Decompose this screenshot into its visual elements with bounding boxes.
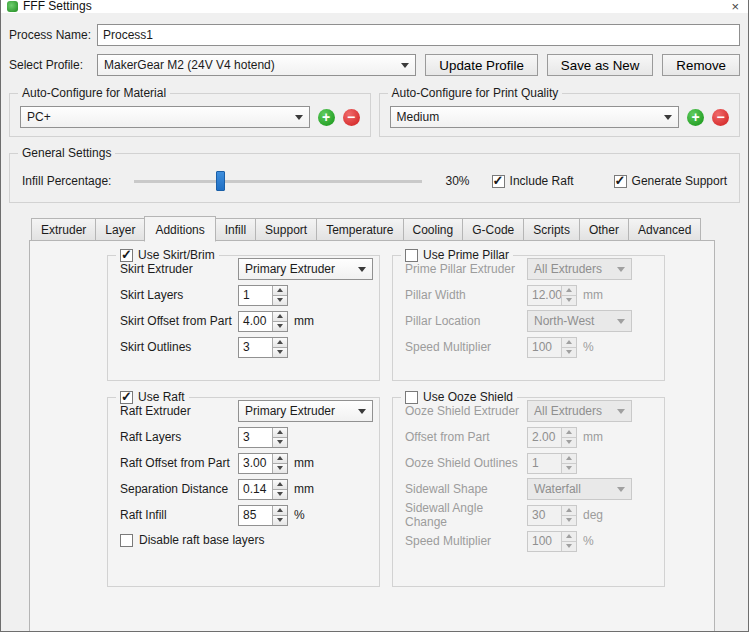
raft-extruder-value: Primary Extruder <box>245 404 335 418</box>
spin-up-icon[interactable] <box>272 428 287 437</box>
profile-select-value: MakerGear M2 (24V V4 hotend) <box>104 58 275 72</box>
use-prime-pillar-title: Use Prime Pillar <box>423 248 509 262</box>
sidewall-shape-label: Sidewall Shape <box>405 482 527 496</box>
spin-down-icon[interactable] <box>272 321 287 331</box>
spin-down-icon <box>561 437 576 447</box>
spin-up-icon[interactable] <box>272 286 287 295</box>
raft-extruder-select[interactable]: Primary Extruder <box>238 400 373 422</box>
spin-down-icon[interactable] <box>272 347 287 357</box>
remove-button[interactable]: Remove <box>662 54 740 76</box>
process-name-input[interactable] <box>97 24 740 46</box>
spin-down-icon[interactable] <box>272 295 287 305</box>
spin-up-icon[interactable] <box>272 480 287 489</box>
remove-material-icon[interactable]: − <box>343 109 360 126</box>
disable-raft-base-label: Disable raft base layers <box>139 533 264 547</box>
raft-infill-spinner[interactable]: 85 <box>238 505 288 526</box>
raft-offset-spinner[interactable]: 3.00 <box>238 453 288 474</box>
profile-select[interactable]: MakerGear M2 (24V V4 hotend) <box>97 54 416 76</box>
ooze-extruder-select: All Extruders <box>527 400 632 422</box>
raft-infill-unit: % <box>294 508 305 522</box>
tab-additions[interactable]: Additions <box>144 216 215 242</box>
skirt-offset-unit: mm <box>294 314 314 328</box>
skirt-offset-spinner[interactable]: 4.00 <box>238 311 288 332</box>
skirt-layers-spinner[interactable]: 1 <box>238 285 288 306</box>
separation-distance-spinner[interactable]: 0.14 <box>238 479 288 500</box>
tab-scripts[interactable]: Scripts <box>523 218 579 241</box>
skirt-extruder-select[interactable]: Primary Extruder <box>238 258 373 280</box>
chevron-down-icon <box>617 267 625 276</box>
chevron-down-icon <box>295 115 303 124</box>
include-raft-checkbox[interactable] <box>492 175 505 188</box>
ooze-offset-spinner: 2.00 <box>527 427 577 448</box>
raft-layers-spinner[interactable]: 3 <box>238 427 288 448</box>
chevron-down-icon <box>617 409 625 418</box>
quality-group-title: Auto-Configure for Print Quality <box>392 86 559 100</box>
skirt-offset-label: Skirt Offset from Part <box>120 314 238 328</box>
skirt-outlines-spinner[interactable]: 3 <box>238 337 288 358</box>
settings-tab-bar: Extruder Layer Additions Infill Support … <box>31 216 740 241</box>
ooze-speed-label: Speed Multiplier <box>405 534 527 548</box>
chevron-down-icon <box>664 115 672 124</box>
ooze-offset-unit: mm <box>583 430 603 444</box>
select-profile-label: Select Profile: <box>9 58 97 72</box>
raft-offset-label: Raft Offset from Part <box>120 456 238 470</box>
use-ooze-shield-checkbox[interactable] <box>405 391 418 404</box>
tab-gcode[interactable]: G-Code <box>462 218 523 241</box>
ooze-outlines-spinner: 1 <box>527 453 577 474</box>
separation-distance-unit: mm <box>294 482 314 496</box>
tab-support[interactable]: Support <box>255 218 316 241</box>
quality-select[interactable]: Medium <box>390 106 680 128</box>
spin-up-icon[interactable] <box>272 506 287 515</box>
close-icon[interactable]: × <box>727 1 743 12</box>
slider-handle[interactable] <box>216 171 225 191</box>
spin-down-icon[interactable] <box>272 463 287 473</box>
add-quality-icon[interactable]: + <box>687 109 704 126</box>
window-title: FFF Settings <box>23 1 92 12</box>
tab-extruder[interactable]: Extruder <box>31 218 95 241</box>
chevron-down-icon <box>358 409 366 418</box>
skirt-extruder-label: Skirt Extruder <box>120 262 238 276</box>
skirt-layers-label: Skirt Layers <box>120 288 238 302</box>
update-profile-button[interactable]: Update Profile <box>425 54 537 76</box>
remove-quality-icon[interactable]: − <box>712 109 729 126</box>
chevron-down-icon <box>358 267 366 276</box>
skirt-extruder-value: Primary Extruder <box>245 262 335 276</box>
generate-support-checkbox[interactable] <box>614 175 627 188</box>
use-raft-checkbox[interactable] <box>120 391 133 404</box>
spin-down-icon[interactable] <box>272 437 287 447</box>
sidewall-shape-select: Waterfall <box>527 478 632 500</box>
use-ooze-shield-title: Use Ooze Shield <box>423 390 513 404</box>
infill-slider[interactable] <box>134 171 422 191</box>
tab-infill[interactable]: Infill <box>216 218 255 241</box>
spin-down-icon[interactable] <box>272 515 287 525</box>
spin-up-icon[interactable] <box>272 454 287 463</box>
raft-infill-label: Raft Infill <box>120 508 238 522</box>
general-settings-title: General Settings <box>22 146 111 160</box>
tab-cooling[interactable]: Cooling <box>403 218 463 241</box>
spin-up-icon[interactable] <box>272 338 287 347</box>
spin-down-icon[interactable] <box>272 489 287 499</box>
spin-up-icon[interactable] <box>272 312 287 321</box>
use-skirt-group: Use Skirt/Brim Skirt Extruder Primary Ex… <box>107 255 380 381</box>
raft-offset-unit: mm <box>294 456 314 470</box>
material-select[interactable]: PC+ <box>20 106 310 128</box>
use-skirt-checkbox[interactable] <box>120 249 133 262</box>
disable-raft-base-checkbox[interactable] <box>120 534 133 547</box>
ooze-outlines-label: Ooze Shield Outlines <box>405 456 527 470</box>
spin-down-icon <box>561 541 576 551</box>
use-prime-pillar-checkbox[interactable] <box>405 249 418 262</box>
titlebar: FFF Settings × <box>1 0 748 13</box>
tab-temperature[interactable]: Temperature <box>316 218 402 241</box>
pillar-width-label: Pillar Width <box>405 288 527 302</box>
save-as-new-button[interactable]: Save as New <box>547 54 654 76</box>
auto-configure-material-group: Auto-Configure for Material PC+ + − <box>9 93 371 137</box>
tab-advanced[interactable]: Advanced <box>628 218 701 241</box>
spin-down-icon <box>561 295 576 305</box>
add-material-icon[interactable]: + <box>318 109 335 126</box>
spin-down-icon <box>561 463 576 473</box>
tab-layer[interactable]: Layer <box>95 218 144 241</box>
prime-speed-unit: % <box>583 340 594 354</box>
sidewall-shape-value: Waterfall <box>534 482 581 496</box>
sidewall-angle-spinner: 30 <box>527 505 577 526</box>
tab-other[interactable]: Other <box>579 218 628 241</box>
